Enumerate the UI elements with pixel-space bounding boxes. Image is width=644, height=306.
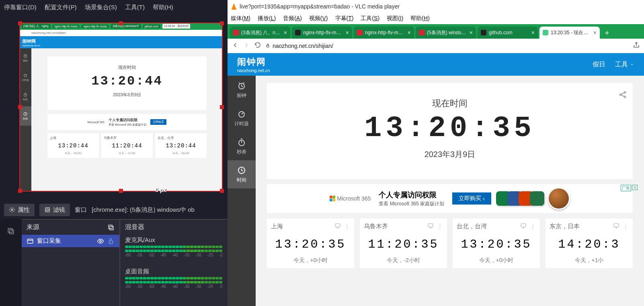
ad-close-button[interactable]: × (632, 185, 638, 190)
city-card[interactable]: 乌鲁木齐⋮ 11:20:35 今天，-2小时 (360, 219, 447, 268)
dots-icon[interactable]: ⋮ (437, 223, 443, 230)
captured-chrome-window: (3条消息) 八、nging× nginx-http-flv-modu× ngi… (228, 24, 644, 306)
browser-tab[interactable]: (3条消息) 八、nging× (230, 27, 290, 39)
vlc-menu-audio[interactable]: 音频(A) (283, 15, 302, 22)
back-button[interactable] (232, 41, 239, 50)
mini-clock-title: 现在时间 (47, 64, 207, 70)
obs-preview[interactable]: (3条消息) 入、nging nginx http flv modu nginx… (19, 23, 223, 192)
ad-banner[interactable]: Microsoft 365 个人专属访问权限查看 Microsoft 365 家… (267, 184, 633, 213)
world-clock-row: 上海⋮ 13:20:35 今天，+0小时 乌鲁木齐⋮ 11:20:35 今天，-… (267, 219, 633, 268)
clock-date: 2023年3月9日 (267, 149, 633, 160)
popout-icon[interactable] (107, 224, 115, 231)
vlc-menu-subtitle[interactable]: 字幕(T) (335, 15, 354, 22)
browser-tab-active[interactable]: 13:20:35 - 现在时间× (539, 27, 600, 39)
obs-menubar: 停靠窗口(D) 配置文件(P) 场景集合(S) 工具(T) 帮助(H) (0, 0, 228, 14)
browser-tab[interactable]: nginx-http-flv-modu× (292, 27, 352, 39)
sidebar-item-time[interactable]: 时间 (228, 160, 256, 188)
city-time: 13:20:35 (457, 238, 536, 251)
mini-sb-time: 时间 (19, 106, 31, 126)
vlc-menu-view[interactable]: 视图(I) (387, 15, 403, 22)
mini-tabbar: (3条消息) 入、nging nginx http flv modu nginx… (19, 23, 223, 30)
svg-rect-13 (109, 241, 113, 244)
site-brand[interactable]: 闹钟网 naozhong.net.cn (237, 56, 270, 73)
svg-rect-14 (267, 45, 269, 47)
filters-button[interactable]: 滤镜 (39, 204, 70, 216)
header-link-holiday[interactable]: 假日 (593, 60, 605, 69)
menu-profile[interactable]: 配置文件(P) (45, 4, 77, 11)
app-icon (530, 191, 544, 206)
close-icon[interactable]: × (531, 29, 535, 36)
svg-point-21 (624, 96, 626, 98)
vlc-menu-help[interactable]: 帮助(H) (410, 15, 429, 22)
city-card[interactable]: 台北，台湾⋮ 13:20:35 今天，+0小时 (453, 219, 540, 268)
preview-captured-window: (3条消息) 入、nging nginx http flv modu nginx… (19, 23, 223, 192)
close-icon[interactable]: × (470, 29, 473, 36)
monitor-icon (427, 223, 434, 229)
mini-tab: github.com (143, 25, 160, 28)
menu-tools[interactable]: 工具(T) (125, 4, 145, 11)
vlc-menu-video[interactable]: 视频(V) (309, 15, 328, 22)
favicon-icon (295, 30, 301, 35)
copy-icon[interactable] (7, 227, 15, 235)
ad-text: 个人专属访问权限查看 Microsoft 365 家庭版计划 (379, 190, 444, 207)
chevron-down-icon (630, 62, 634, 67)
vlc-menu-playback[interactable]: 播放(L) (258, 15, 276, 22)
menu-scene-collection[interactable]: 场景集合(S) (85, 4, 117, 11)
url-display[interactable]: naozhong.net.cn/shijian/ (265, 43, 333, 49)
browser-tab[interactable]: nginx-http-flv-modu× (354, 27, 414, 39)
vlc-menu-media[interactable]: 媒体(M) (231, 15, 250, 22)
browser-tab[interactable]: github.com× (478, 27, 538, 39)
city-desc: 今天，+0小时 (271, 257, 350, 264)
vlc-menu-tools[interactable]: 工具(S) (361, 15, 379, 22)
close-icon[interactable]: × (284, 29, 287, 36)
sidebar-item-timer[interactable]: 计时器 (228, 104, 256, 132)
new-tab-button[interactable]: + (601, 27, 613, 39)
source-item[interactable]: 窗口采集 (22, 235, 119, 247)
reload-button[interactable] (254, 41, 261, 50)
filter-icon (44, 207, 51, 213)
eye-icon[interactable] (97, 238, 104, 245)
chrome-tabbar: (3条消息) 八、nging× nginx-http-flv-modu× ngi… (228, 24, 644, 39)
dots-icon[interactable]: ⋮ (530, 223, 536, 230)
dots-icon[interactable]: ⋮ (623, 223, 629, 230)
window-value[interactable]: [chrome.exe]: (5条消息) windows中 ob (92, 206, 195, 214)
menu-dock[interactable]: 停靠窗口(D) (4, 4, 37, 11)
site-header: 闹钟网 naozhong.net.cn 假日 工具 (228, 53, 644, 76)
close-icon[interactable]: × (593, 29, 597, 36)
close-icon[interactable]: × (408, 29, 411, 36)
sidebar-item-alarm[interactable]: 闹钟 (228, 76, 256, 104)
audio-meter (125, 250, 223, 252)
obs-bottom-panels: 属性 滤镜 窗口 [chrome.exe]: (5条消息) windows中 o… (0, 201, 228, 306)
lock-icon[interactable] (107, 238, 115, 245)
header-link-tools[interactable]: 工具 (615, 60, 634, 69)
mini-ad-cta: 立即购买 (150, 119, 166, 125)
properties-button[interactable]: 属性 (4, 204, 35, 216)
svg-rect-22 (335, 224, 340, 227)
lock-icon (265, 43, 270, 49)
mixer-channel-mic: 麦克风/Aux -60-55-50-45-40-35-30-25-2 (120, 235, 228, 259)
city-time: 13:20:35 (271, 238, 350, 251)
browser-tab[interactable]: (5条消息) windows中× (416, 27, 476, 39)
svg-rect-7 (8, 228, 12, 232)
dots-icon[interactable]: ⋮ (344, 223, 350, 230)
clock-title: 现在时间 (267, 97, 633, 110)
ad-cta-button[interactable]: 立即购买› (452, 192, 491, 205)
mini-clock-time: 13:20:44 (47, 74, 207, 89)
menu-help[interactable]: 帮助(H) (153, 4, 173, 11)
share-icon[interactable] (618, 90, 627, 101)
city-card[interactable]: 上海⋮ 13:20:35 今天，+0小时 (267, 219, 354, 268)
ad-images (499, 187, 570, 210)
audio-meter (125, 277, 223, 279)
mini-city-card: 乌鲁木齐11:20:44今天，-2小时 (101, 133, 153, 158)
chrome-addressbar: naozhong.net.cn/shijian/ (228, 39, 644, 53)
sidebar-item-stopwatch[interactable]: 秒表 (228, 132, 256, 160)
forward-button[interactable] (243, 41, 250, 50)
city-desc: 今天，-2小时 (364, 257, 443, 264)
share-button[interactable] (633, 41, 640, 50)
window-label: 窗口 (75, 206, 87, 214)
vlc-titlebar: live?port=1935&app=myapp&stream=badao - … (228, 0, 644, 13)
city-card[interactable]: 东京，日本⋮ 14:20:3 今天，+1小 (546, 219, 633, 268)
source-toolbar: 属性 滤镜 窗口 [chrome.exe]: (5条消息) windows中 o… (0, 201, 228, 219)
mini-sidebar: 闹钟 计时器 秒表 时间 (19, 48, 31, 192)
close-icon[interactable]: × (346, 29, 349, 36)
